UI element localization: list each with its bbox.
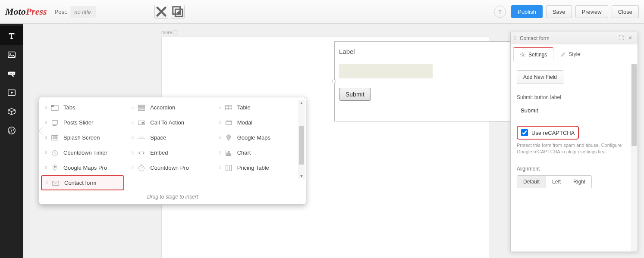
duplicate-icon: [171, 5, 184, 18]
widget-table[interactable]: ⠿Table: [215, 100, 298, 115]
svg-point-25: [139, 165, 145, 171]
alignment-default[interactable]: Default: [517, 176, 546, 188]
form-submit-button[interactable]: Submit: [339, 88, 371, 101]
maps-pro-icon: [51, 164, 59, 172]
svg-rect-29: [226, 153, 228, 155]
widget-google-maps[interactable]: ⠿Google Maps: [215, 130, 298, 145]
rail-widgets[interactable]: [0, 102, 23, 121]
svg-rect-10: [52, 120, 58, 124]
text-icon: [7, 31, 16, 40]
close-panel-icon[interactable]: ✕: [628, 35, 635, 42]
widget-google-maps-pro[interactable]: ⠿Google Maps Pro: [41, 160, 124, 175]
widget-chart[interactable]: ⠿Chart: [215, 145, 298, 160]
widget-posts-slider[interactable]: ⠿Posts Slider: [41, 115, 124, 130]
widget-accordion[interactable]: ⠿Accordion: [128, 100, 211, 115]
expand-icon[interactable]: ⛶: [619, 35, 625, 42]
tab-style[interactable]: Style: [553, 47, 587, 61]
widgets-flyout: ⠿Tabs ⠿Posts Slider ⠿Splash Screen ⠿Coun…: [39, 97, 306, 205]
svg-rect-15: [53, 137, 57, 139]
wordpress-icon: [7, 126, 16, 135]
contact-form-preview[interactable]: Label Submit: [334, 41, 524, 121]
button-icon: CLICK: [7, 69, 16, 78]
resize-handle-left[interactable]: [333, 80, 336, 83]
space-icon: [138, 134, 145, 142]
close-button[interactable]: Close: [612, 5, 639, 18]
alignment-left[interactable]: Left: [546, 176, 567, 188]
tabs-icon: [51, 104, 59, 112]
panel-scrollbar[interactable]: [631, 64, 638, 252]
use-recaptcha-checkbox[interactable]: [521, 129, 528, 136]
widget-countdown-pro[interactable]: ⠿Countdown Pro: [128, 160, 211, 175]
widget-column-1: ⠿Tabs ⠿Posts Slider ⠿Splash Screen ⠿Coun…: [39, 100, 126, 190]
svg-rect-2: [8, 52, 16, 58]
svg-rect-33: [229, 165, 231, 171]
play-icon: [7, 88, 16, 97]
preview-button[interactable]: Preview: [575, 5, 608, 18]
publish-button[interactable]: Publish: [511, 5, 543, 18]
svg-rect-31: [229, 153, 231, 155]
widget-modal[interactable]: ⠿Modal: [215, 115, 298, 130]
accordion-icon: [138, 104, 145, 112]
post-title-input[interactable]: no title: [70, 6, 96, 18]
rail-button[interactable]: CLICK: [0, 64, 23, 83]
rail-text[interactable]: [0, 26, 23, 45]
alignment-right[interactable]: Right: [567, 176, 591, 188]
widget-splash-screen[interactable]: ⠿Splash Screen: [41, 130, 124, 145]
settings-panel: ⠿ Contact form ⛶ ✕ Settings Style Add Ne…: [510, 32, 638, 252]
embed-icon: [138, 149, 145, 157]
submit-label-input[interactable]: [517, 104, 631, 117]
slider-icon: [51, 119, 59, 127]
panel-scroll-thumb[interactable]: [631, 64, 637, 146]
panel-titlebar[interactable]: ⠿ Contact form ⛶ ✕: [511, 32, 638, 44]
svg-point-13: [56, 125, 57, 126]
brush-icon: [560, 51, 566, 57]
drag-grip-icon: ⠿: [513, 35, 517, 41]
widget-embed[interactable]: ⠿Embed: [128, 145, 211, 160]
alignment-caption: Alignment: [517, 166, 631, 172]
widget-tabs[interactable]: ⠿Tabs: [41, 100, 124, 115]
svg-point-7: [8, 127, 16, 134]
tab-settings[interactable]: Settings: [513, 47, 553, 61]
form-field-input[interactable]: [339, 64, 433, 78]
svg-rect-19: [138, 105, 145, 106]
svg-point-17: [54, 166, 56, 168]
scroll-up-icon[interactable]: ▲: [298, 100, 305, 106]
svg-point-11: [53, 125, 54, 126]
logo-text-2: Press: [26, 6, 47, 17]
svg-rect-30: [228, 151, 229, 155]
recaptcha-helper-text: Protect this form from spam and abuse. C…: [517, 142, 631, 155]
widget-contact-form[interactable]: ⠿Contact form: [41, 175, 124, 190]
rail-media[interactable]: [0, 83, 23, 102]
flyout-scrollbar[interactable]: ▲ ▼: [298, 100, 305, 179]
pin-icon: [225, 134, 232, 142]
gear-icon: [520, 52, 526, 58]
submit-label-caption: Submit button label: [517, 94, 631, 100]
duplicate-button[interactable]: [171, 5, 185, 19]
pricing-icon: [225, 164, 232, 172]
svg-rect-23: [142, 122, 144, 124]
panel-title-text: Contact form: [520, 35, 550, 41]
panel-body: Add New Field Submit button label Use re…: [511, 64, 638, 252]
save-button[interactable]: Save: [546, 5, 572, 18]
help-button[interactable]: ?: [494, 6, 506, 18]
top-toolbar: MotoPress Post: no title ? Publish Save …: [0, 0, 644, 24]
svg-rect-32: [226, 165, 228, 171]
rail-wordpress[interactable]: [0, 121, 23, 140]
widget-space[interactable]: ⠿Space: [128, 130, 211, 145]
scroll-thumb[interactable]: [299, 126, 304, 165]
more-tag: more: [161, 30, 178, 35]
logo: MotoPress: [0, 6, 55, 17]
use-recaptcha-row[interactable]: Use reCAPTCHA: [517, 126, 579, 140]
close-editor-button[interactable]: [154, 5, 168, 19]
rail-image[interactable]: [0, 45, 23, 64]
scroll-down-icon[interactable]: ▼: [298, 173, 305, 179]
svg-rect-24: [139, 137, 145, 139]
svg-rect-21: [138, 109, 145, 110]
widget-countdown-timer[interactable]: ⠿Countdown Timer: [41, 145, 124, 160]
form-field-label: Label: [339, 48, 519, 55]
widget-call-to-action[interactable]: ⠿Call To Action: [128, 115, 211, 130]
timer-icon: [51, 149, 59, 157]
add-new-field-button[interactable]: Add New Field: [517, 70, 563, 84]
box-icon: [7, 107, 16, 116]
widget-pricing-table[interactable]: ⠿Pricing Table: [215, 160, 298, 175]
